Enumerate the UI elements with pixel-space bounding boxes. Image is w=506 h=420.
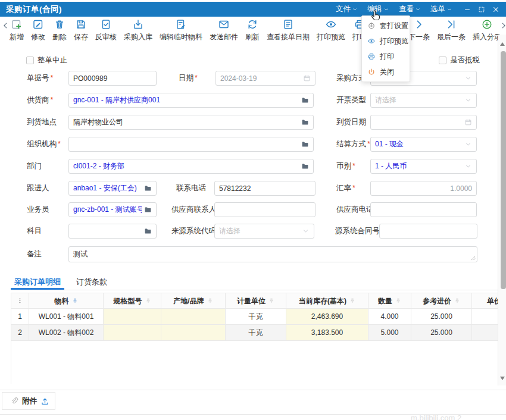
folder-lookup-icon[interactable] xyxy=(301,162,309,170)
chevron-down-icon[interactable] xyxy=(464,74,472,82)
folder-lookup-icon[interactable] xyxy=(301,140,309,148)
checkbox-box[interactable] xyxy=(26,57,34,64)
supplier-contact-input[interactable] xyxy=(214,202,316,217)
toolbar-last-button[interactable]: 最后一条 xyxy=(437,18,466,42)
table-cell[interactable] xyxy=(161,309,226,325)
toolbar-save-button[interactable]: 保存 xyxy=(74,18,88,42)
scrollbar-thumb[interactable] xyxy=(501,51,506,289)
toolbar-edit-material-button[interactable]: 编辑临时物料 xyxy=(160,18,202,42)
docno-input[interactable]: PO000989 xyxy=(68,71,157,86)
department-input[interactable]: cl001-2 - 财务部 xyxy=(68,159,314,174)
column-header-5[interactable]: 数量 xyxy=(368,293,411,309)
column-header-2[interactable]: 产地/品牌 xyxy=(161,293,226,309)
column-header-6[interactable]: 参考进价 xyxy=(411,293,472,309)
scroll-down-icon[interactable] xyxy=(500,377,505,380)
remark-textarea[interactable]: 测试 xyxy=(68,246,477,262)
column-header-7[interactable]: 单价 xyxy=(472,293,498,309)
column-header-1[interactable]: 规格型号 xyxy=(104,293,161,309)
checkbox-box[interactable] xyxy=(439,57,446,64)
tax-deduct-checkbox[interactable]: 是否抵税 xyxy=(439,55,480,65)
minimize-icon[interactable] xyxy=(463,5,471,14)
table-cell[interactable] xyxy=(104,309,161,325)
follower-input[interactable]: anbao1 - 安保(工会) xyxy=(68,181,157,196)
folder-lookup-icon[interactable] xyxy=(144,206,152,214)
supplier-phone-input[interactable] xyxy=(370,202,477,217)
source-system-code-select[interactable]: 请选择 xyxy=(214,224,314,239)
table-cell[interactable]: 3,183.500 xyxy=(286,325,368,341)
stop-order-checkbox[interactable]: 整单中止 xyxy=(26,55,67,65)
subject-input[interactable] xyxy=(68,224,157,239)
calendar-icon[interactable] xyxy=(303,74,311,82)
table-cell[interactable]: WL001 - 物料001 xyxy=(29,309,104,325)
toolbar-add-doc-button[interactable]: 新增 xyxy=(10,18,24,42)
folder-lookup-icon[interactable] xyxy=(144,227,152,235)
salesman-input[interactable]: gnc-zb-001 - 测试账号 xyxy=(68,202,157,217)
menu-item-printer[interactable]: 打印 xyxy=(362,49,410,64)
close-icon[interactable] xyxy=(492,5,500,14)
upload-icon[interactable] xyxy=(40,397,49,406)
toolbar-trash-button[interactable]: 删除 xyxy=(52,18,67,42)
supplier-input[interactable]: gnc-001 - 隔岸村供应商001 xyxy=(68,93,314,108)
resize-handle-icon[interactable] xyxy=(470,255,476,261)
column-header-3[interactable]: 计量单位 xyxy=(226,293,286,309)
grid-corner-cell[interactable] xyxy=(11,293,29,309)
table-cell[interactable]: 25.000 xyxy=(411,325,472,341)
row-number[interactable]: 1 xyxy=(11,309,29,325)
toolbar-view-date-button[interactable]: 查看接单日期 xyxy=(267,18,310,42)
organization-input[interactable] xyxy=(68,137,314,152)
chevron-down-icon[interactable] xyxy=(464,162,472,170)
exchange-rate-input[interactable]: 1.0000 xyxy=(370,181,477,196)
delivery-date-input[interactable] xyxy=(370,115,477,130)
settlement-select[interactable]: 01 - 现金 xyxy=(370,137,477,152)
table-cell[interactable]: 千克 xyxy=(226,325,286,341)
table-cell[interactable]: 千克 xyxy=(226,309,286,325)
toolbar-stock-in-button[interactable]: 采购入库 xyxy=(124,18,152,42)
invoice-type-select[interactable]: 请选择 xyxy=(370,93,477,108)
table-cell[interactable]: 25.000 xyxy=(411,309,472,325)
toolbar-refresh-button[interactable]: 刷新 xyxy=(245,18,260,42)
column-header-0[interactable]: 物料 xyxy=(29,293,104,309)
folder-lookup-icon[interactable] xyxy=(144,184,152,192)
chevron-down-icon[interactable] xyxy=(302,227,310,235)
delivery-place-input[interactable]: 隔岸村物业公司 xyxy=(68,115,314,130)
toolbar-mail-button[interactable]: 发送邮件 xyxy=(210,18,238,42)
maximize-icon[interactable] xyxy=(477,5,486,14)
row-number[interactable]: 2 xyxy=(11,325,29,341)
source-contract-no-input[interactable] xyxy=(379,224,477,239)
table-cell[interactable] xyxy=(161,325,226,341)
menu-item-power[interactable]: 关闭 xyxy=(362,64,410,80)
pin-icon xyxy=(349,298,355,304)
toolbar-unaudit-button[interactable]: 反审核 xyxy=(95,18,117,42)
currency-select[interactable]: 1 - 人民币 xyxy=(370,159,477,174)
vertical-scrollbar[interactable] xyxy=(498,35,506,385)
chevron-down-icon[interactable] xyxy=(464,140,472,148)
table-cell[interactable]: WL002 - 物料002 xyxy=(29,325,104,341)
table-cell[interactable]: 4.000 xyxy=(368,309,411,325)
table-cell[interactable]: 5.000 xyxy=(368,325,411,341)
table-cell[interactable] xyxy=(104,325,161,341)
table-cell[interactable] xyxy=(472,325,498,341)
toolbar-insert-button[interactable]: 插入分录 xyxy=(473,18,501,42)
toolbar-eye-button[interactable]: 打印预览 xyxy=(317,18,345,42)
folder-lookup-icon[interactable] xyxy=(301,96,309,104)
calendar-icon[interactable] xyxy=(464,118,472,126)
titlebar-menu-2[interactable]: 查看 xyxy=(399,4,421,14)
folder-lookup-icon[interactable] xyxy=(301,118,309,126)
titlebar-menu-0[interactable]: 文件 xyxy=(336,4,358,14)
menu-item-eye[interactable]: 打印预览 xyxy=(362,33,410,49)
contact-phone-input[interactable]: 57812232 xyxy=(214,181,316,196)
toolbar-next-button[interactable]: 下一条 xyxy=(408,18,430,42)
date-input[interactable]: 2024-03-19 xyxy=(215,71,316,86)
attachment-bar[interactable]: 附件 xyxy=(2,392,55,410)
tab-order-detail[interactable]: 采购订单明细 xyxy=(11,275,64,290)
column-header-4[interactable]: 当前库存(基本) xyxy=(286,293,368,309)
table-cell[interactable]: 2,463.690 xyxy=(286,309,368,325)
toolbar-edit-button[interactable]: 修改 xyxy=(31,18,45,42)
table-cell[interactable] xyxy=(472,309,498,325)
tab-order-terms[interactable]: 订货条款 xyxy=(73,275,111,290)
titlebar-menu-3[interactable]: 选单 xyxy=(430,4,452,14)
toolbar-scroll-left-icon[interactable] xyxy=(1,21,10,30)
scroll-up-icon[interactable] xyxy=(500,42,505,46)
pin-icon xyxy=(145,298,151,304)
chevron-down-icon[interactable] xyxy=(464,96,472,104)
